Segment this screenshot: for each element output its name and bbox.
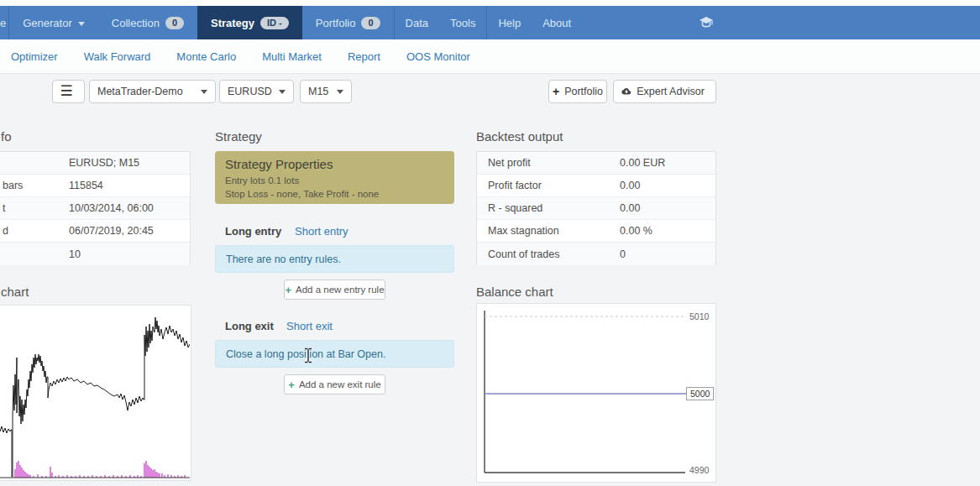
top-strip xyxy=(0,0,980,6)
portfolio-count-badge: 0 xyxy=(361,17,380,29)
table-row: R - squared 0.00 xyxy=(477,197,715,220)
nav-item-collection[interactable]: Collection 0 xyxy=(98,6,197,39)
collection-count-badge: 0 xyxy=(165,17,184,29)
add-entry-rule-button[interactable]: + Add a new entry rule xyxy=(284,280,385,300)
table-row: Count of trades 0 xyxy=(477,243,715,265)
subnav-optimizer[interactable]: Optimizer xyxy=(11,50,58,63)
nav-item-file-clipped[interactable]: e xyxy=(0,6,8,39)
nav-item-generator[interactable]: Generator xyxy=(9,6,98,39)
table-row: t 10/03/2014, 06:00 xyxy=(0,197,190,220)
symbol-select[interactable]: EURUSD xyxy=(219,80,294,103)
table-row: Net profit 0.00 EUR xyxy=(477,152,715,175)
plus-icon: + xyxy=(285,284,291,296)
balance-value-box: 5000 xyxy=(686,387,714,400)
graduation-cap-icon[interactable] xyxy=(699,16,714,32)
strategy-title: Strategy xyxy=(215,129,262,144)
backtest-output-table: Net profit 0.00 EUR Profit factor 0.00 R… xyxy=(476,151,716,265)
balance-chart-panel: 5010 5000 4990 xyxy=(476,303,716,483)
table-row: bars 115854 xyxy=(0,175,190,197)
subnav-monte-carlo[interactable]: Monte Carlo xyxy=(176,50,236,63)
subnav-multi-market[interactable]: Multi Market xyxy=(262,50,322,63)
balance-axis-max: 5010 xyxy=(689,311,709,321)
tab-short-exit[interactable]: Short exit xyxy=(286,320,333,332)
exit-rule-slot[interactable]: Close a long position at Bar Open. xyxy=(215,340,454,368)
layout-menu-button[interactable]: ☰ xyxy=(52,80,85,103)
entry-rules-alert[interactable]: There are no entry rules. xyxy=(215,245,454,273)
strategy-properties-title: Strategy Properties xyxy=(225,157,444,171)
text-cursor-ibeam xyxy=(303,348,313,367)
nav-item-portfolio[interactable]: Portfolio 0 xyxy=(302,6,394,39)
chevron-down-icon xyxy=(78,22,85,26)
account-select[interactable]: MetaTrader-Demo xyxy=(89,80,216,103)
balance-axis-min: 4990 xyxy=(689,465,709,475)
data-info-table: EURUSD; M15 bars 115854 t 10/03/2014, 06… xyxy=(0,151,191,265)
strategy-properties-line1: Entry lots 0.1 lots xyxy=(225,175,444,188)
plus-icon: + xyxy=(553,85,559,98)
indicator-chart-panel xyxy=(0,305,191,481)
subnav-walk-forward[interactable]: Walk Forward xyxy=(84,50,151,63)
balance-chart-title: Balance chart xyxy=(476,285,553,299)
subnav-oos-monitor[interactable]: OOS Monitor xyxy=(406,50,470,63)
subnav-report[interactable]: Report xyxy=(348,50,380,63)
nav-item-about[interactable]: About xyxy=(532,6,582,39)
table-row: EURUSD; M15 xyxy=(0,152,190,175)
balance-chart xyxy=(477,304,715,482)
chevron-down-icon xyxy=(337,90,343,94)
main-navbar: e Generator Collection 0 Strategy ID - P… xyxy=(0,6,980,39)
indicator-chart-title-clipped: chart xyxy=(1,285,29,299)
nav-item-data[interactable]: Data xyxy=(395,6,439,39)
tab-short-entry[interactable]: Short entry xyxy=(295,225,349,238)
add-to-portfolio-button[interactable]: + Portfolio xyxy=(548,80,607,103)
app-screen: e Generator Collection 0 Strategy ID - P… xyxy=(0,0,980,486)
tab-long-entry[interactable]: Long entry xyxy=(225,225,281,238)
cloud-download-icon xyxy=(620,86,631,97)
table-row: Profit factor 0.00 xyxy=(477,175,715,197)
add-exit-rule-button[interactable]: + Add a new exit rule xyxy=(284,374,385,395)
chevron-down-icon xyxy=(279,90,286,94)
table-row: 10 xyxy=(0,243,190,265)
data-info-title-clipped: fo xyxy=(1,129,12,144)
tab-long-exit[interactable]: Long exit xyxy=(225,320,274,332)
plus-icon: + xyxy=(288,379,295,391)
strategy-properties-box[interactable]: Strategy Properties Entry lots 0.1 lots … xyxy=(215,151,454,204)
expert-advisor-button[interactable]: Expert Advisor xyxy=(613,80,716,103)
nav-item-help[interactable]: Help xyxy=(487,6,532,39)
strategy-properties-line2: Stop Loss - none, Take Profit - none xyxy=(225,188,444,201)
table-row: d 06/07/2019, 20:45 xyxy=(0,220,190,243)
strategy-id-badge: ID - xyxy=(260,17,289,29)
strategy-subnav: Optimizer Walk Forward Monte Carlo Multi… xyxy=(0,39,980,74)
chevron-down-icon xyxy=(201,90,207,94)
price-volume-chart xyxy=(0,306,190,480)
table-row: Max stagnation 0.00 % xyxy=(477,220,715,243)
period-select[interactable]: M15 xyxy=(300,80,352,103)
nav-item-tools[interactable]: Tools xyxy=(439,6,486,39)
nav-item-strategy[interactable]: Strategy ID - xyxy=(197,6,302,39)
backtest-output-title: Backtest output xyxy=(476,129,563,144)
hamburger-icon: ☰ xyxy=(60,84,72,98)
